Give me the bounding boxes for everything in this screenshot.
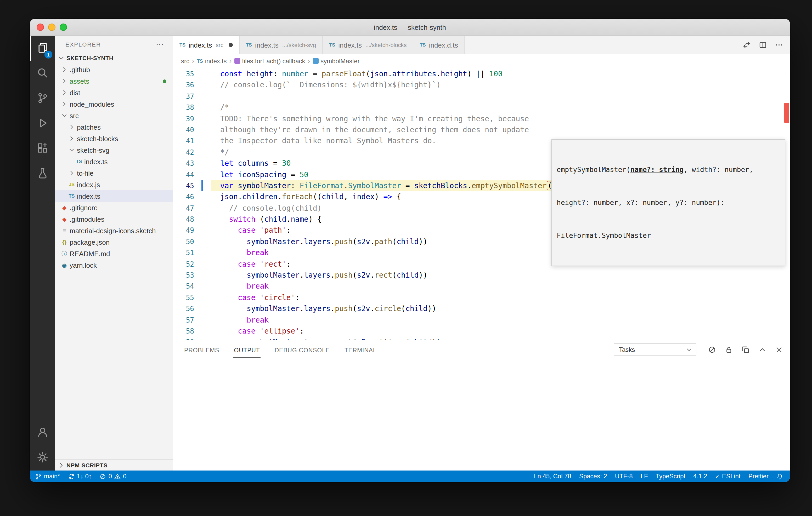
line-number[interactable]: 44 — [173, 169, 194, 180]
code-line[interactable]: 38 /* — [173, 102, 783, 113]
sync-status[interactable]: 1↓ 0↑ — [68, 473, 92, 480]
close-window-button[interactable] — [37, 24, 44, 31]
split-editor-icon[interactable] — [759, 41, 767, 49]
tree-item[interactable]: sketch-blocks — [55, 133, 173, 144]
code-editor[interactable]: 35 const height: number = parseFloat(jso… — [173, 67, 790, 340]
more-actions-icon[interactable] — [775, 41, 783, 49]
line-number[interactable]: 52 — [173, 259, 194, 270]
tree-item[interactable]: assets — [55, 75, 173, 87]
activity-item-run-debug[interactable] — [30, 111, 55, 136]
tree-item[interactable]: ◆.gitignore — [55, 202, 173, 213]
zoom-window-button[interactable] — [60, 24, 67, 31]
code-line[interactable]: 56 symbolMaster.layers.push(s2v.circle(c… — [173, 303, 783, 314]
cursor-position[interactable]: Ln 45, Col 78 — [534, 473, 571, 480]
tree-item[interactable]: dist — [55, 87, 173, 98]
breadcrumb-item[interactable]: TSindex.ts — [197, 57, 227, 65]
line-number[interactable]: 37 — [173, 91, 194, 102]
code-line[interactable]: 39 TODO: There's something wrong with th… — [173, 113, 783, 124]
code-line[interactable]: 55 case 'circle': — [173, 292, 783, 303]
activity-item-extensions[interactable] — [30, 136, 55, 161]
line-number[interactable]: 59 — [173, 337, 194, 340]
typescript-version[interactable]: 4.1.2 — [693, 473, 707, 480]
panel-tab-problems[interactable]: PROBLEMS — [184, 342, 220, 357]
line-number[interactable]: 55 — [173, 292, 194, 303]
line-number[interactable]: 43 — [173, 158, 194, 169]
tab-index.ts[interactable]: TSindex.tssrc — [173, 36, 240, 54]
line-number[interactable]: 39 — [173, 113, 194, 124]
line-number[interactable]: 48 — [173, 214, 194, 225]
breadcrumb-item[interactable]: symbolMaster — [313, 57, 359, 65]
code-line[interactable]: 35 const height: number = parseFloat(jso… — [173, 68, 783, 80]
encoding-status[interactable]: UTF-8 — [615, 473, 633, 480]
panel-tab-terminal[interactable]: TERMINAL — [344, 342, 377, 357]
line-number[interactable]: 47 — [173, 203, 194, 214]
prettier-status[interactable]: Prettier — [748, 473, 768, 480]
activity-item-account[interactable] — [30, 420, 55, 446]
line-number[interactable]: 40 — [173, 124, 194, 136]
breadcrumb-item[interactable]: files.forEach() callback — [234, 57, 305, 65]
activity-item-testing[interactable] — [30, 161, 55, 187]
tree-item[interactable]: patches — [55, 121, 173, 133]
code-line[interactable]: 53 symbolMaster.layers.push(s2v.rect(chi… — [173, 270, 783, 281]
line-number[interactable]: 38 — [173, 102, 194, 113]
npm-scripts-section-header[interactable]: NPM SCRIPTS — [55, 459, 173, 471]
language-mode[interactable]: TypeScript — [656, 473, 686, 480]
activity-item-source-control[interactable] — [30, 86, 55, 111]
line-number[interactable]: 50 — [173, 236, 194, 247]
tree-item[interactable]: JSindex.js — [55, 179, 173, 190]
tree-item[interactable]: ⓘREADME.md — [55, 248, 173, 259]
line-number[interactable]: 51 — [173, 247, 194, 259]
notifications-status[interactable] — [776, 473, 783, 480]
line-number[interactable]: 49 — [173, 225, 194, 236]
code-line[interactable]: 36 // console.log(` Dimensions: ${width}… — [173, 80, 783, 91]
activity-item-search[interactable] — [30, 61, 55, 86]
line-number[interactable]: 36 — [173, 80, 194, 91]
code-line[interactable]: 40 although they're drawn in the documen… — [173, 124, 783, 136]
eol-status[interactable]: LF — [641, 473, 648, 480]
output-channel-select[interactable]: Tasks — [614, 343, 696, 356]
panel-tab-debug-console[interactable]: DEBUG CONSOLE — [274, 342, 330, 357]
tree-item[interactable]: .github — [55, 64, 173, 75]
lock-scroll-icon[interactable] — [725, 345, 733, 354]
breadcrumb-item[interactable]: src — [181, 57, 190, 65]
problems-status[interactable]: 0 0 — [100, 473, 126, 480]
maximize-panel-icon[interactable] — [758, 345, 766, 354]
code-line[interactable]: 54 break — [173, 281, 783, 292]
branch-status[interactable]: main* — [35, 473, 60, 480]
titlebar[interactable]: index.ts — sketch-synth — [30, 19, 790, 36]
line-number[interactable]: 58 — [173, 326, 194, 337]
tree-item[interactable]: to-file — [55, 167, 173, 179]
workspace-section-header[interactable]: SKETCH-SYNTH — [55, 52, 173, 64]
open-in-editor-icon[interactable] — [742, 345, 750, 354]
line-number[interactable]: 57 — [173, 314, 194, 326]
code-line[interactable]: 59 symbolMaster.layers.push(s2v.ellipse(… — [173, 337, 783, 340]
line-number[interactable]: 54 — [173, 281, 194, 292]
line-number[interactable]: 35 — [173, 68, 194, 80]
tree-item[interactable]: TSindex.ts — [55, 190, 173, 202]
line-number[interactable]: 41 — [173, 136, 194, 147]
open-changes-icon[interactable] — [743, 41, 751, 49]
line-number[interactable]: 45 — [173, 180, 194, 192]
clear-output-icon[interactable] — [708, 345, 716, 354]
code-line[interactable]: 37 — [173, 91, 783, 102]
tree-item[interactable]: src — [55, 110, 173, 121]
explorer-more-actions-icon[interactable]: ⋯ — [156, 41, 164, 47]
line-number[interactable]: 46 — [173, 192, 194, 203]
code-line[interactable]: 58 case 'ellipse': — [173, 326, 783, 337]
panel-tab-output[interactable]: OUTPUT — [233, 342, 260, 357]
indentation-status[interactable]: Spaces: 2 — [579, 473, 607, 480]
tree-item[interactable]: sketch-svg — [55, 144, 173, 156]
activity-item-explorer[interactable]: 1 — [30, 36, 55, 61]
tree-item[interactable]: ≡material-design-icons.sketch — [55, 225, 173, 236]
tree-item[interactable]: {}package.json — [55, 236, 173, 248]
tree-item[interactable]: ◉yarn.lock — [55, 259, 173, 271]
tab-index.d.ts[interactable]: TSindex.d.ts — [413, 36, 465, 54]
line-number[interactable]: 42 — [173, 147, 194, 158]
minimize-window-button[interactable] — [48, 24, 55, 31]
code-line[interactable]: 57 break — [173, 314, 783, 326]
tab-index.ts[interactable]: TSindex.ts.../sketch-svg — [240, 36, 323, 54]
line-number[interactable]: 53 — [173, 270, 194, 281]
tab-index.ts[interactable]: TSindex.ts.../sketch-blocks — [323, 36, 413, 54]
line-number[interactable]: 56 — [173, 303, 194, 314]
tree-item[interactable]: ◆.gitmodules — [55, 213, 173, 225]
